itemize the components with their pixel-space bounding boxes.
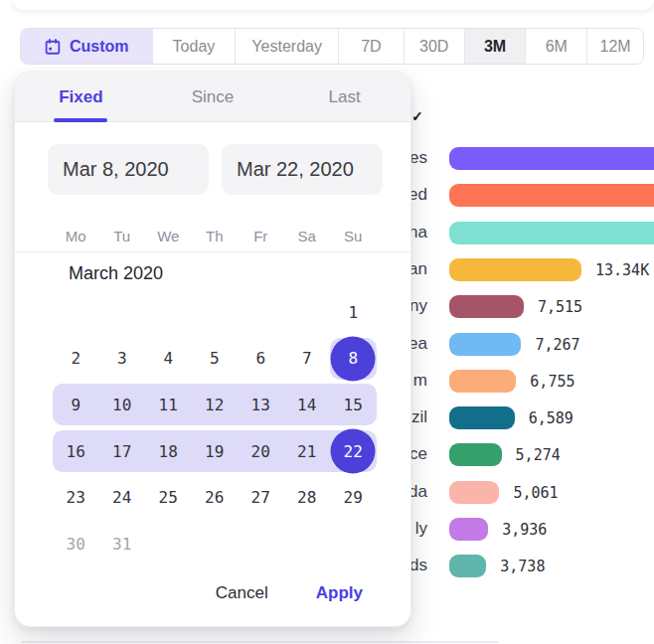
day-22[interactable]: 22 — [330, 428, 377, 475]
chart-bar-value: 7,515 — [538, 298, 582, 316]
cancel-button[interactable]: Cancel — [214, 579, 270, 607]
day-number: 19 — [205, 442, 224, 461]
weekday-label: Tu — [99, 224, 146, 249]
chart-bar — [449, 258, 581, 281]
day-23[interactable]: 23 — [53, 474, 99, 521]
chart-bar-value: 6,589 — [529, 409, 573, 427]
range-button-label: Custom — [70, 38, 129, 56]
range-button-custom[interactable]: Custom — [21, 29, 153, 64]
range-button-yesterday[interactable]: Yesterday — [236, 29, 339, 64]
day-number: 3 — [117, 349, 127, 368]
day-14[interactable]: 14 — [284, 382, 331, 428]
apply-button[interactable]: Apply — [314, 579, 365, 607]
range-button-6m[interactable]: 6M — [526, 29, 587, 64]
day-1[interactable]: 1 — [330, 289, 377, 336]
day-11[interactable]: 11 — [145, 382, 192, 428]
day-19[interactable]: 19 — [192, 428, 239, 475]
day-27[interactable]: 27 — [238, 474, 284, 521]
range-button-label: 3M — [484, 38, 506, 56]
day-12[interactable]: 12 — [192, 382, 239, 428]
day-29[interactable]: 29 — [330, 474, 377, 521]
day-number: 9 — [71, 396, 81, 414]
month-title: March 2020 — [69, 263, 163, 284]
range-button-30d[interactable]: 30D — [405, 29, 465, 64]
day-30: 30 — [53, 521, 99, 567]
day-25[interactable]: 25 — [145, 474, 192, 521]
day-10[interactable]: 10 — [99, 382, 146, 428]
day-number: 31 — [112, 535, 131, 554]
day-4[interactable]: 4 — [145, 336, 192, 383]
day-number: 18 — [159, 442, 178, 461]
chart-bar-value: 5,274 — [516, 446, 561, 464]
chart-bar-value: 3,936 — [502, 521, 547, 539]
day-7[interactable]: 7 — [284, 336, 331, 383]
chart-bar-value: 3,738 — [500, 558, 545, 575]
datepicker-tabs: FixedSinceLast — [15, 73, 410, 122]
start-date-input[interactable]: Mar 8, 2020 — [48, 144, 209, 195]
empty-cell — [238, 289, 284, 336]
range-button-12m[interactable]: 12M — [587, 29, 643, 64]
day-26[interactable]: 26 — [192, 474, 239, 521]
empty-cell — [284, 521, 331, 567]
range-button-today[interactable]: Today — [153, 29, 237, 64]
day-number: 21 — [297, 442, 316, 461]
day-number: 14 — [297, 396, 316, 414]
day-number: 24 — [112, 488, 131, 507]
chart-bar — [449, 295, 524, 318]
day-number: 1 — [348, 303, 358, 322]
day-28[interactable]: 28 — [284, 474, 331, 521]
day-number: 6 — [255, 349, 265, 368]
chart-bar — [449, 222, 654, 244]
chart-bar — [449, 406, 515, 429]
day-2[interactable]: 2 — [53, 336, 99, 383]
chart-bar — [449, 333, 521, 356]
chart-bar-value: 6,755 — [530, 373, 574, 391]
day-number: 5 — [210, 349, 220, 368]
datepicker-popup: FixedSinceLast Mar 8, 2020 Mar 22, 2020 … — [14, 72, 411, 627]
weekday-label: Sa — [284, 224, 331, 249]
chart-bar — [449, 518, 488, 541]
day-18[interactable]: 18 — [145, 428, 192, 475]
day-6[interactable]: 6 — [238, 336, 284, 383]
day-number: 12 — [205, 396, 224, 414]
date-inputs-row: Mar 8, 2020 Mar 22, 2020 — [48, 144, 383, 195]
active-tab-underline — [54, 118, 107, 122]
chart-bar — [449, 370, 516, 393]
day-8[interactable]: 8 — [330, 336, 377, 383]
chart-row-label: es — [409, 148, 427, 168]
range-button-7d[interactable]: 7D — [339, 29, 405, 64]
day-9[interactable]: 9 — [53, 382, 99, 428]
chart-row-label: ds — [409, 556, 427, 575]
day-17[interactable]: 17 — [99, 428, 146, 475]
day-number: 15 — [344, 396, 363, 414]
day-15[interactable]: 15 — [330, 382, 377, 428]
weekday-label: Mo — [53, 224, 99, 249]
range-button-3m[interactable]: 3M — [465, 29, 527, 64]
day-24[interactable]: 24 — [99, 474, 146, 521]
day-number: 2 — [71, 349, 81, 368]
empty-cell — [53, 289, 99, 336]
day-16[interactable]: 16 — [53, 428, 99, 475]
range-button-label: Yesterday — [251, 38, 322, 56]
range-button-label: 12M — [600, 38, 631, 56]
day-number: 4 — [163, 349, 173, 368]
chart-bar — [449, 481, 499, 504]
day-21[interactable]: 21 — [284, 428, 331, 475]
day-13[interactable]: 13 — [238, 382, 284, 428]
tab-fixed[interactable]: Fixed — [15, 73, 147, 121]
calendar-week-row: 2345678 — [53, 336, 377, 383]
tab-last[interactable]: Last — [278, 73, 410, 121]
chart-bar — [449, 555, 486, 577]
day-20[interactable]: 20 — [238, 428, 284, 475]
tab-label: Fixed — [59, 87, 102, 107]
day-3[interactable]: 3 — [99, 336, 146, 383]
weekday-label: Fr — [238, 224, 284, 249]
tab-since[interactable]: Since — [147, 73, 279, 121]
day-number: 25 — [159, 488, 178, 507]
weekday-label: Su — [330, 224, 377, 249]
empty-cell — [145, 521, 192, 567]
range-button-label: 30D — [419, 38, 448, 56]
day-5[interactable]: 5 — [192, 336, 239, 383]
end-date-input[interactable]: Mar 22, 2020 — [222, 144, 383, 195]
empty-cell — [99, 289, 146, 336]
